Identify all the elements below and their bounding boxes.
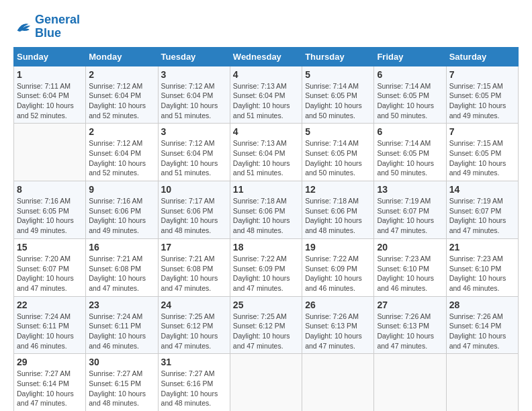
calendar-cell (14, 124, 86, 181)
calendar-cell: 27Sunrise: 7:26 AM Sunset: 6:13 PM Dayli… (374, 296, 446, 354)
calendar-cell: 26Sunrise: 7:26 AM Sunset: 6:13 PM Dayli… (302, 296, 374, 354)
day-number: 27 (377, 300, 443, 310)
day-info: Sunrise: 7:27 AM Sunset: 6:16 PM Dayligh… (161, 369, 227, 408)
day-info: Sunrise: 7:26 AM Sunset: 6:13 PM Dayligh… (377, 312, 443, 351)
calendar-cell: 31Sunrise: 7:27 AM Sunset: 6:16 PM Dayli… (158, 354, 230, 411)
calendar-cell: 25Sunrise: 7:25 AM Sunset: 6:12 PM Dayli… (230, 296, 302, 354)
calendar-cell: 7Sunrise: 7:15 AM Sunset: 6:05 PM Daylig… (446, 66, 518, 124)
calendar-cell (230, 354, 302, 411)
day-info: Sunrise: 7:24 AM Sunset: 6:11 PM Dayligh… (89, 312, 154, 351)
day-info: Sunrise: 7:26 AM Sunset: 6:13 PM Dayligh… (305, 312, 371, 351)
day-number: 28 (449, 300, 515, 310)
day-info: Sunrise: 7:18 AM Sunset: 6:06 PM Dayligh… (233, 196, 299, 236)
col-sunday: Sunday (14, 47, 86, 66)
calendar-cell: 2Sunrise: 7:12 AM Sunset: 6:04 PM Daylig… (86, 124, 158, 181)
day-info: Sunrise: 7:14 AM Sunset: 6:05 PM Dayligh… (377, 81, 443, 121)
day-info: Sunrise: 7:22 AM Sunset: 6:09 PM Dayligh… (233, 254, 299, 293)
calendar-cell: 11Sunrise: 7:18 AM Sunset: 6:06 PM Dayli… (230, 181, 302, 239)
day-info: Sunrise: 7:23 AM Sunset: 6:10 PM Dayligh… (449, 254, 515, 293)
calendar-cell (302, 354, 374, 411)
day-number: 23 (89, 300, 154, 310)
day-number: 1 (17, 69, 83, 80)
day-number: 22 (17, 300, 83, 310)
day-info: Sunrise: 7:16 AM Sunset: 6:06 PM Dayligh… (89, 196, 154, 236)
logo-icon (13, 17, 32, 36)
day-number: 31 (161, 357, 227, 367)
logo-text2: Blue (35, 27, 80, 40)
calendar-table: Sunday Monday Tuesday Wednesday Thursday… (13, 47, 519, 411)
day-number: 29 (17, 357, 83, 367)
calendar-cell: 3Sunrise: 7:12 AM Sunset: 6:04 PM Daylig… (158, 66, 230, 124)
day-info: Sunrise: 7:12 AM Sunset: 6:04 PM Dayligh… (161, 81, 227, 121)
day-number: 19 (305, 242, 371, 253)
calendar-cell: 24Sunrise: 7:25 AM Sunset: 6:12 PM Dayli… (158, 296, 230, 354)
calendar-cell: 18Sunrise: 7:22 AM Sunset: 6:09 PM Dayli… (230, 238, 302, 296)
day-info: Sunrise: 7:18 AM Sunset: 6:06 PM Dayligh… (305, 196, 371, 236)
col-wednesday: Wednesday (230, 47, 302, 66)
day-number: 10 (161, 184, 227, 195)
calendar-cell: 19Sunrise: 7:22 AM Sunset: 6:09 PM Dayli… (302, 238, 374, 296)
header-row: Sunday Monday Tuesday Wednesday Thursday… (14, 47, 519, 66)
calendar-cell: 7Sunrise: 7:15 AM Sunset: 6:05 PM Daylig… (446, 124, 518, 181)
day-info: Sunrise: 7:21 AM Sunset: 6:08 PM Dayligh… (161, 254, 227, 293)
day-number: 24 (161, 300, 227, 310)
calendar-cell: 1Sunrise: 7:11 AM Sunset: 6:04 PM Daylig… (14, 66, 86, 124)
calendar-cell: 16Sunrise: 7:21 AM Sunset: 6:08 PM Dayli… (86, 238, 158, 296)
day-number: 9 (89, 184, 154, 195)
day-number: 13 (377, 184, 443, 195)
day-info: Sunrise: 7:27 AM Sunset: 6:14 PM Dayligh… (17, 369, 83, 408)
col-monday: Monday (86, 47, 158, 66)
day-number: 3 (161, 69, 227, 80)
day-info: Sunrise: 7:22 AM Sunset: 6:09 PM Dayligh… (305, 254, 371, 293)
calendar-week-1: 2Sunrise: 7:12 AM Sunset: 6:04 PM Daylig… (14, 124, 519, 181)
day-number: 15 (17, 242, 83, 253)
calendar-cell: 23Sunrise: 7:24 AM Sunset: 6:11 PM Dayli… (86, 296, 158, 354)
day-info: Sunrise: 7:23 AM Sunset: 6:10 PM Dayligh… (377, 254, 443, 293)
col-saturday: Saturday (446, 47, 518, 66)
day-number: 20 (377, 242, 443, 253)
day-info: Sunrise: 7:20 AM Sunset: 6:07 PM Dayligh… (17, 254, 83, 293)
calendar-cell: 29Sunrise: 7:27 AM Sunset: 6:14 PM Dayli… (14, 354, 86, 411)
day-number: 21 (449, 242, 515, 253)
col-thursday: Thursday (302, 47, 374, 66)
day-info: Sunrise: 7:21 AM Sunset: 6:08 PM Dayligh… (89, 254, 154, 293)
day-number: 16 (89, 242, 154, 253)
calendar-cell: 13Sunrise: 7:19 AM Sunset: 6:07 PM Dayli… (374, 181, 446, 239)
calendar-week-2: 8Sunrise: 7:16 AM Sunset: 6:05 PM Daylig… (14, 181, 519, 239)
day-number: 7 (449, 69, 515, 80)
calendar-cell: 20Sunrise: 7:23 AM Sunset: 6:10 PM Dayli… (374, 238, 446, 296)
calendar-cell: 9Sunrise: 7:16 AM Sunset: 6:06 PM Daylig… (86, 181, 158, 239)
calendar-week-5: 29Sunrise: 7:27 AM Sunset: 6:14 PM Dayli… (14, 354, 519, 411)
day-info: Sunrise: 7:11 AM Sunset: 6:04 PM Dayligh… (17, 81, 83, 121)
calendar-cell: 6Sunrise: 7:14 AM Sunset: 6:05 PM Daylig… (374, 124, 446, 181)
calendar-week-3: 15Sunrise: 7:20 AM Sunset: 6:07 PM Dayli… (14, 238, 519, 296)
day-info: Sunrise: 7:12 AM Sunset: 6:04 PM Dayligh… (89, 81, 154, 121)
logo-text: General (35, 13, 80, 27)
calendar-cell: 15Sunrise: 7:20 AM Sunset: 6:07 PM Dayli… (14, 238, 86, 296)
calendar-cell: 21Sunrise: 7:23 AM Sunset: 6:10 PM Dayli… (446, 238, 518, 296)
day-number: 3 (161, 126, 227, 137)
day-number: 4 (233, 126, 299, 137)
day-number: 5 (305, 69, 371, 80)
day-info: Sunrise: 7:15 AM Sunset: 6:05 PM Dayligh… (449, 138, 515, 178)
day-number: 2 (89, 126, 154, 137)
day-number: 5 (305, 126, 371, 137)
calendar-cell: 3Sunrise: 7:12 AM Sunset: 6:04 PM Daylig… (158, 124, 230, 181)
calendar-cell: 30Sunrise: 7:27 AM Sunset: 6:15 PM Dayli… (86, 354, 158, 411)
calendar-cell: 10Sunrise: 7:17 AM Sunset: 6:06 PM Dayli… (158, 181, 230, 239)
calendar-cell: 5Sunrise: 7:14 AM Sunset: 6:05 PM Daylig… (302, 66, 374, 124)
day-number: 6 (377, 69, 443, 80)
day-info: Sunrise: 7:12 AM Sunset: 6:04 PM Dayligh… (161, 138, 227, 178)
calendar-week-0: 1Sunrise: 7:11 AM Sunset: 6:04 PM Daylig… (14, 66, 519, 124)
day-info: Sunrise: 7:19 AM Sunset: 6:07 PM Dayligh… (377, 196, 443, 236)
day-info: Sunrise: 7:25 AM Sunset: 6:12 PM Dayligh… (161, 312, 227, 351)
day-number: 4 (233, 69, 299, 80)
day-number: 6 (377, 126, 443, 137)
day-info: Sunrise: 7:15 AM Sunset: 6:05 PM Dayligh… (449, 81, 515, 121)
day-number: 11 (233, 184, 299, 195)
day-info: Sunrise: 7:19 AM Sunset: 6:07 PM Dayligh… (449, 196, 515, 236)
calendar-cell: 6Sunrise: 7:14 AM Sunset: 6:05 PM Daylig… (374, 66, 446, 124)
day-info: Sunrise: 7:27 AM Sunset: 6:15 PM Dayligh… (89, 369, 154, 408)
header: General Blue (13, 13, 519, 40)
col-tuesday: Tuesday (158, 47, 230, 66)
